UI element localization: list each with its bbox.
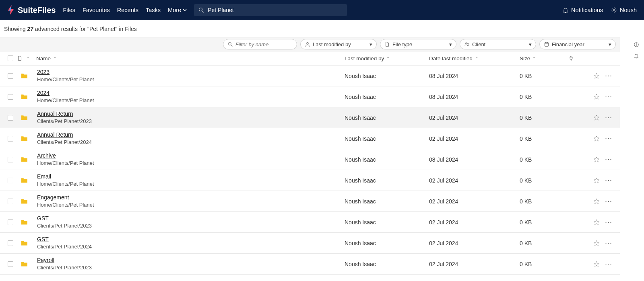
row-more-button[interactable]: ··· [605,72,612,80]
row-modified-by: Noush Isaac [345,135,429,142]
rows-container[interactable]: 2023Home/Clients/Pet PlanetNoush Isaac08… [0,66,620,281]
row-date: 02 Jul 2024 [429,115,520,121]
filter-financial-year[interactable]: Financial year▾ [539,39,616,49]
nav-recents[interactable]: Recents [117,7,138,13]
star-icon[interactable] [593,73,600,79]
table-row[interactable]: GSTClients/Pet Planet/2023Noush Isaac02 … [0,212,620,233]
bell-icon[interactable] [634,53,639,59]
row-name-link[interactable]: Engagement [37,194,69,201]
row-path: Clients/Pet Planet/2024 [37,244,92,250]
star-icon[interactable] [593,115,600,121]
search-icon [227,41,233,47]
caret-down-icon: ▾ [609,41,611,47]
folder-icon [21,135,28,142]
info-icon[interactable] [634,42,639,47]
brand[interactable]: SuiteFiles [7,5,56,15]
filter-client[interactable]: Client▾ [460,39,536,49]
row-type-icon [15,240,33,246]
row-more-button[interactable]: ··· [605,239,612,247]
star-icon[interactable] [593,135,600,142]
row-name-link[interactable]: 2024 [37,90,50,96]
svg-point-26 [636,43,636,44]
row-more-button[interactable]: ··· [605,155,612,164]
bolt-icon [7,5,14,15]
select-all[interactable] [6,55,15,61]
row-name-link[interactable]: Payroll [37,257,54,264]
folder-icon [21,177,28,183]
row-checkbox[interactable] [6,136,15,142]
search-icon [198,7,204,13]
row-more-button[interactable]: ··· [605,197,612,205]
star-icon[interactable] [593,240,600,246]
row-name-link[interactable]: GST [37,215,49,222]
row-path: Clients/Pet Planet/2023 [37,118,92,125]
row-checkbox[interactable] [6,199,15,204]
row-name-link[interactable]: Annual Return [37,111,73,117]
col-size-header[interactable]: Size⌃ [520,55,552,62]
star-icon[interactable] [593,198,600,205]
side-rail [628,37,644,281]
row-date: 02 Jul 2024 [429,261,520,267]
row-more-button[interactable]: ··· [605,176,612,185]
svg-line-6 [231,45,233,47]
star-icon[interactable] [593,94,600,100]
row-name-link[interactable]: 2023 [37,69,50,76]
row-more-button[interactable]: ··· [605,260,612,268]
col-name-header[interactable]: Name⌃ [32,55,345,62]
star-icon[interactable] [593,156,600,163]
table-row[interactable]: Annual ReturnClients/Pet Planet/2024Nous… [0,128,620,149]
table-row[interactable]: GSTClients/Pet Planet/2024Noush Isaac02 … [0,233,620,254]
star-icon[interactable] [593,219,600,226]
row-checkbox[interactable] [6,94,15,100]
col-modified-by-header[interactable]: Last modified by⌃ [345,55,429,62]
row-name-link[interactable]: Email [37,173,51,180]
table-row[interactable]: PayrollClients/Pet Planet/2023Noush Isaa… [0,254,620,275]
table-row[interactable]: Annual ReturnClients/Pet Planet/2023Nous… [0,107,620,128]
nav-files[interactable]: Files [63,7,75,13]
filter-modified-by[interactable]: Last modified by▾ [300,39,377,49]
row-checkbox[interactable] [6,219,15,225]
col-date-header[interactable]: Date last modified⌃ [429,55,520,62]
row-checkbox[interactable] [6,115,15,121]
row-name-link[interactable]: GST [37,236,49,243]
star-icon[interactable] [593,177,600,184]
table-row[interactable]: EngagementHome/Clients/Pet PlanetNoush I… [0,191,620,212]
table-row[interactable]: ArchiveHome/Clients/Pet PlanetNoush Isaa… [0,149,620,170]
brand-name: SuiteFiles [18,6,56,15]
nav-favourites[interactable]: Favourites [83,7,110,13]
search-box[interactable] [194,4,347,16]
row-modified-by: Noush Isaac [345,73,429,79]
row-checkbox[interactable] [6,157,15,162]
results-summary: Showing 27 advanced results for "Pet Pla… [0,20,620,37]
notifications-button[interactable]: Notifications [562,7,603,13]
svg-line-3 [202,11,204,12]
nav-tasks[interactable]: Tasks [146,7,161,13]
nav-more[interactable]: More [168,7,187,13]
row-checkbox[interactable] [6,261,15,267]
row-more-button[interactable]: ··· [605,113,612,122]
table-row[interactable]: 2024Home/Clients/Pet PlanetNoush Isaac08… [0,86,620,107]
row-checkbox[interactable] [6,73,15,79]
row-date: 08 Jul 2024 [429,73,520,79]
table-row[interactable]: EmailHome/Clients/Pet PlanetNoush Isaac0… [0,170,620,191]
table-row[interactable]: 2023Home/Clients/Pet PlanetNoush Isaac08… [0,66,620,86]
row-more-button[interactable]: ··· [605,134,612,143]
row-name-link[interactable]: Archive [37,152,56,159]
filter-name-input[interactable] [235,41,288,47]
row-more-button[interactable]: ··· [605,218,612,226]
filter-file-type[interactable]: File type▾ [380,39,456,49]
top-right: Notifications Noush [562,7,637,13]
user-menu[interactable]: Noush [611,7,637,13]
search-input[interactable] [208,7,343,13]
row-checkbox[interactable] [6,240,15,246]
row-more-button[interactable]: ··· [605,92,612,101]
filter-by-name[interactable] [223,39,297,49]
star-icon[interactable] [593,261,600,267]
row-checkbox[interactable] [6,178,15,183]
row-modified-by: Noush Isaac [345,261,429,267]
filters-bar: Last modified by▾ File type▾ Client▾ Fin… [0,37,620,51]
gear-icon [611,7,617,13]
row-modified-by: Noush Isaac [345,240,429,246]
sort-type[interactable]: ⌃ [24,56,32,61]
row-name-link[interactable]: Annual Return [37,131,73,138]
